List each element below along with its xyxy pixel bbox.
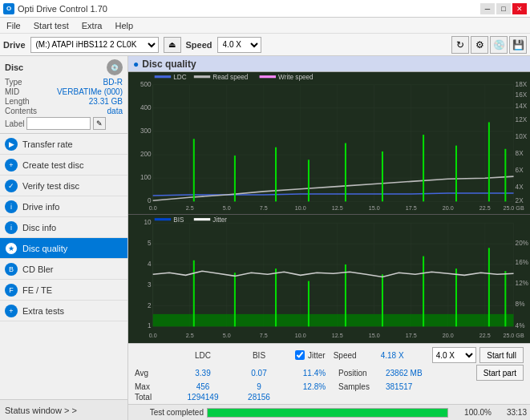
jitter-section: Jitter: [295, 350, 326, 360]
svg-text:18X: 18X: [516, 81, 528, 88]
disc-label-edit-button[interactable]: ✎: [93, 117, 106, 130]
svg-text:100: 100: [140, 174, 152, 181]
stats-total-label: Total: [135, 393, 175, 402]
save-icon[interactable]: 💾: [509, 36, 527, 54]
svg-text:12.5: 12.5: [332, 204, 343, 212]
speed-row: Speed 4.18 X 4.0 X: [334, 347, 476, 363]
title-bar: O Opti Drive Control 1.70 ─ □ ✕: [0, 0, 530, 18]
svg-text:0.0: 0.0: [149, 204, 157, 212]
svg-text:Write speed: Write speed: [278, 74, 314, 81]
sidebar-item-fe-te[interactable]: F FE / TE: [0, 280, 127, 301]
menu-help[interactable]: Help: [111, 20, 136, 31]
minimize-button[interactable]: ─: [480, 3, 495, 14]
svg-text:500: 500: [140, 81, 152, 88]
quality-icon: ●: [133, 59, 139, 70]
menu-file[interactable]: File: [3, 20, 24, 31]
svg-text:5: 5: [148, 240, 152, 247]
stats-avg-bis: 0.07: [231, 369, 287, 378]
nav-label-disc-info: Disc info: [22, 223, 56, 232]
progress-track: [207, 408, 448, 418]
svg-text:16X: 16X: [516, 91, 528, 99]
sidebar-item-drive-info[interactable]: i Drive info: [0, 196, 127, 217]
stats-max-label: Max: [135, 382, 175, 391]
svg-rect-47: [260, 75, 276, 78]
svg-text:2: 2: [148, 302, 152, 309]
disc-contents-val: data: [107, 107, 123, 115]
stats-col-ldc: LDC: [175, 351, 231, 360]
drive-bar: Drive (M:) ATAPI iHBS112 2 CL0K ⏏ Speed …: [0, 34, 530, 56]
disc-mid-val: VERBATIMe (000): [57, 87, 123, 96]
svg-text:17.5: 17.5: [406, 332, 417, 339]
title-controls: ─ □ ✕: [480, 3, 527, 14]
chart-top-svg: 0 100 200 300 400 500 2X 4X 6X 8X 10X 12…: [128, 72, 530, 214]
disc-contents-key: Contents: [5, 107, 37, 115]
jitter-checkbox[interactable]: [295, 350, 305, 360]
maximize-button[interactable]: □: [496, 3, 511, 14]
start-part-button[interactable]: Start part: [476, 365, 524, 381]
disc-quality-icon: ★: [5, 242, 18, 255]
sidebar-item-verify-test-disc[interactable]: ✓ Verify test disc: [0, 176, 127, 196]
disc-mid-key: MID: [5, 87, 19, 96]
status-text: Test completed: [131, 408, 204, 417]
extra-tests-icon: +: [5, 305, 18, 317]
samples-val: 381517: [386, 382, 434, 391]
sidebar-item-create-test-disc[interactable]: + Create test disc: [0, 155, 127, 176]
svg-text:12X: 12X: [516, 116, 528, 123]
svg-text:2.5: 2.5: [186, 332, 194, 339]
svg-text:4%: 4%: [516, 322, 525, 329]
chart-bottom: 1 2 3 4 5 10 4% 8% 12% 16% 20%: [128, 215, 530, 343]
svg-text:12%: 12%: [516, 280, 528, 287]
stats-header-row: LDC BIS Jitter Speed 4.18 X 4.0 X: [135, 347, 524, 363]
svg-text:Read speed: Read speed: [212, 74, 248, 81]
eject-button[interactable]: ⏏: [164, 37, 181, 53]
menu-extra[interactable]: Extra: [79, 20, 106, 31]
position-val: 23862 MB: [386, 369, 434, 378]
sidebar: Disc 💿 Type BD-R MID VERBATIMe (000) Len…: [0, 56, 128, 420]
sidebar-item-cd-bler[interactable]: B CD Bler: [0, 259, 127, 280]
sidebar-item-transfer-rate[interactable]: ▶ Transfer rate: [0, 134, 127, 155]
refresh-icon[interactable]: ↻: [451, 36, 469, 54]
stats-max-jitter: 12.8%: [298, 382, 330, 391]
svg-text:7.5: 7.5: [260, 332, 268, 339]
disc-icon[interactable]: 💿: [490, 36, 508, 54]
sidebar-item-extra-tests[interactable]: + Extra tests: [0, 301, 127, 321]
start-buttons: Start full: [479, 347, 524, 363]
nav-label-cd-bler: CD Bler: [22, 265, 54, 274]
speed-dropdown[interactable]: 4.0 X: [432, 347, 476, 363]
svg-text:8%: 8%: [516, 301, 525, 308]
svg-text:25.0 GB: 25.0 GB: [503, 332, 524, 339]
nav-label-drive-info: Drive info: [22, 202, 59, 212]
menu-start-test[interactable]: Start test: [30, 20, 72, 31]
speed-val: 4.18 X: [381, 351, 429, 360]
disc-info-icon: i: [5, 221, 18, 234]
svg-text:10X: 10X: [516, 133, 528, 140]
content-area: ● Disc quality: [128, 56, 530, 420]
start-full-button[interactable]: Start full: [479, 347, 524, 363]
svg-text:2.5: 2.5: [186, 204, 194, 212]
sidebar-item-disc-quality[interactable]: ★ Disc quality: [0, 238, 127, 259]
stats-avg-row: Avg 3.39 0.07 11.4% Position 23862 MB St…: [135, 365, 524, 381]
disc-label-input[interactable]: [26, 117, 91, 130]
svg-text:3: 3: [148, 281, 152, 289]
sidebar-item-disc-info[interactable]: i Disc info: [0, 217, 127, 238]
speed-select[interactable]: 4.0 X: [217, 37, 261, 53]
app-icon: O: [3, 3, 14, 14]
svg-text:400: 400: [140, 104, 152, 111]
disc-contents-row: Contents data: [5, 107, 123, 115]
drive-select[interactable]: (M:) ATAPI iHBS112 2 CL0K: [30, 37, 159, 53]
status-window-button[interactable]: Status window > >: [0, 399, 127, 420]
svg-text:0.0: 0.0: [149, 332, 157, 339]
position-row: Position 23862 MB: [338, 369, 434, 378]
nav-label-fe-te: FE / TE: [22, 285, 52, 295]
status-window-label: Status window > >: [5, 406, 77, 415]
svg-text:10.0: 10.0: [295, 332, 306, 339]
svg-rect-102: [194, 218, 210, 220]
settings-icon[interactable]: ⚙: [471, 36, 488, 54]
drive-info-icon: i: [5, 200, 18, 213]
svg-text:Jitter: Jitter: [212, 216, 227, 224]
close-button[interactable]: ✕: [512, 3, 527, 14]
create-test-disc-icon: +: [5, 159, 18, 172]
progress-percent: 100.0%: [451, 408, 492, 417]
stats-avg-jitter: 11.4%: [298, 369, 330, 378]
drive-label: Drive: [3, 40, 26, 50]
